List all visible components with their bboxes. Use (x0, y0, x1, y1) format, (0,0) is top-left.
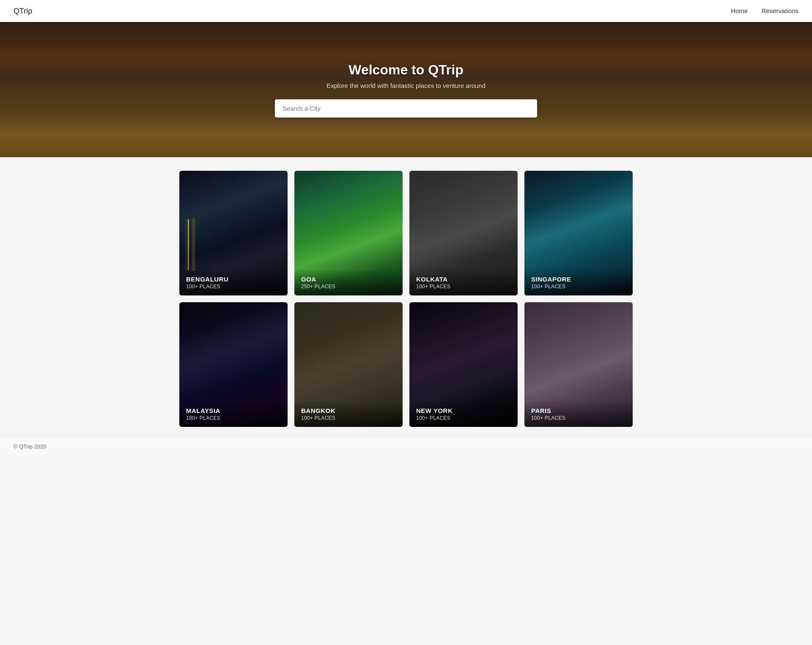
city-places-bengaluru: 100+ PLACES (186, 284, 281, 290)
hero-title: Welcome to QTrip (8, 62, 804, 78)
nav-links: Home Reservations (731, 7, 798, 15)
city-grid-section: BENGALURU 100+ PLACES GOA 250+ PLACES KO… (169, 171, 643, 427)
city-places-bangkok: 100+ PLACES (301, 415, 396, 421)
nav-reservations[interactable]: Reservations (761, 7, 798, 14)
city-name-goa: GOA (301, 276, 396, 283)
city-name-kolkata: KOLKATA (416, 276, 511, 283)
city-card-overlay-kolkata: KOLKATA 100+ PLACES (409, 269, 518, 295)
city-name-singapore: SINGAPORE (531, 276, 626, 283)
city-card-overlay-newyork: NEW YORK 100+ PLACES (409, 400, 518, 427)
footer: © QTrip 2020 (0, 437, 812, 456)
city-card-overlay-bengaluru: BENGALURU 100+ PLACES (179, 269, 288, 295)
navbar: QTrip Home Reservations (0, 0, 812, 22)
city-places-kolkata: 100+ PLACES (416, 284, 511, 290)
city-name-newyork: NEW YORK (416, 407, 511, 414)
city-card-singapore[interactable]: SINGAPORE 100+ PLACES (524, 171, 633, 295)
hero-content: Welcome to QTrip Explore the world with … (0, 62, 812, 118)
city-search-input[interactable] (275, 99, 537, 118)
city-places-paris: 100+ PLACES (531, 415, 626, 421)
city-grid-row1: BENGALURU 100+ PLACES GOA 250+ PLACES KO… (179, 171, 633, 295)
footer-copyright: © QTrip 2020 (14, 443, 47, 450)
city-card-overlay-paris: PARIS 100+ PLACES (524, 400, 633, 427)
city-card-overlay-singapore: SINGAPORE 100+ PLACES (524, 269, 633, 295)
city-places-newyork: 100+ PLACES (416, 415, 511, 421)
city-card-overlay-malaysia: MALAYSIA 100+ PLACES (179, 400, 288, 427)
city-card-kolkata[interactable]: KOLKATA 100+ PLACES (409, 171, 518, 295)
city-card-goa[interactable]: GOA 250+ PLACES (294, 171, 403, 295)
city-name-bengaluru: BENGALURU (186, 276, 281, 283)
nav-home[interactable]: Home (731, 7, 748, 14)
city-places-goa: 250+ PLACES (301, 284, 396, 290)
city-card-malaysia[interactable]: MALAYSIA 100+ PLACES (179, 302, 288, 427)
city-card-paris[interactable]: PARIS 100+ PLACES (524, 302, 633, 427)
city-name-bangkok: BANGKOK (301, 407, 396, 414)
city-card-bengaluru[interactable]: BENGALURU 100+ PLACES (179, 171, 288, 295)
city-places-singapore: 100+ PLACES (531, 284, 626, 290)
city-places-malaysia: 100+ PLACES (186, 415, 281, 421)
brand-logo: QTrip (14, 7, 32, 16)
hero-subtitle: Explore the world with fantastic places … (8, 82, 804, 89)
hero-section: Welcome to QTrip Explore the world with … (0, 22, 812, 157)
city-card-bangkok[interactable]: BANGKOK 100+ PLACES (294, 302, 403, 427)
city-grid-row2: MALAYSIA 100+ PLACES BANGKOK 100+ PLACES… (179, 302, 633, 427)
city-card-newyork[interactable]: NEW YORK 100+ PLACES (409, 302, 518, 427)
city-name-paris: PARIS (531, 407, 626, 414)
city-card-overlay-bangkok: BANGKOK 100+ PLACES (294, 400, 403, 427)
city-name-malaysia: MALAYSIA (186, 407, 281, 414)
city-card-overlay-goa: GOA 250+ PLACES (294, 269, 403, 295)
